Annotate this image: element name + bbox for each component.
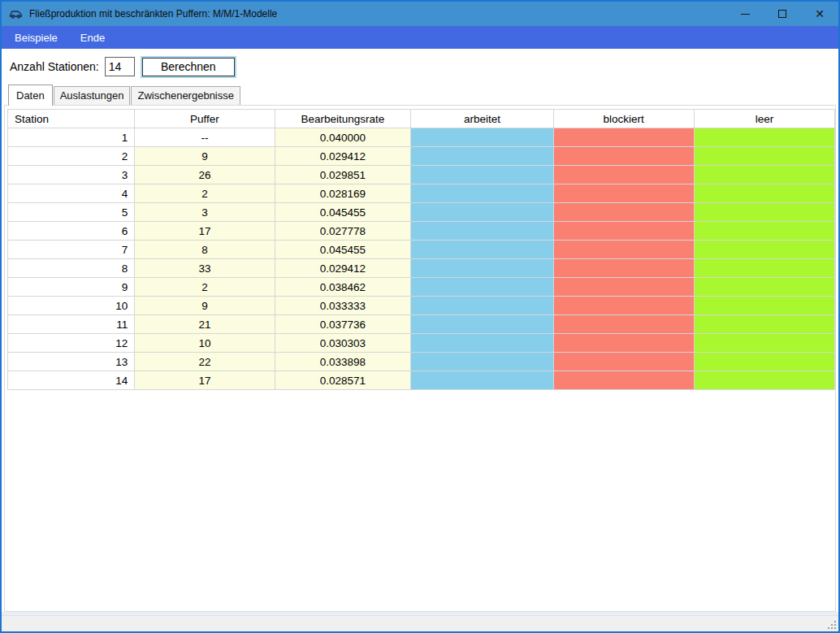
- cell-arbeitet[interactable]: [411, 128, 553, 147]
- cell-leer[interactable]: [695, 259, 835, 278]
- menu-item-beispiele[interactable]: Beispiele: [3, 27, 69, 49]
- cell-blockiert[interactable]: [554, 147, 695, 166]
- cell-leer[interactable]: [695, 147, 835, 166]
- cell-station[interactable]: 5: [8, 203, 135, 222]
- cell-puffer[interactable]: 3: [135, 203, 275, 222]
- stations-count-input[interactable]: [105, 57, 135, 76]
- cell-puffer[interactable]: 9: [135, 297, 275, 315]
- cell-rate[interactable]: 0.045455: [275, 241, 412, 259]
- cell-rate[interactable]: 0.027778: [275, 222, 412, 241]
- cell-blockiert[interactable]: [554, 334, 695, 353]
- cell-rate[interactable]: 0.037736: [275, 315, 412, 334]
- cell-blockiert[interactable]: [554, 371, 695, 390]
- cell-arbeitet[interactable]: [411, 203, 553, 222]
- cell-puffer[interactable]: 10: [135, 334, 275, 353]
- cell-station[interactable]: 13: [8, 353, 135, 371]
- cell-blockiert[interactable]: [554, 315, 695, 334]
- cell-arbeitet[interactable]: [411, 315, 553, 334]
- cell-rate[interactable]: 0.029851: [275, 166, 412, 184]
- cell-arbeitet[interactable]: [411, 222, 553, 241]
- cell-puffer[interactable]: 2: [135, 184, 275, 203]
- cell-puffer[interactable]: 21: [135, 315, 275, 334]
- column-header-station[interactable]: Station: [8, 110, 135, 128]
- cell-arbeitet[interactable]: [411, 241, 553, 259]
- cell-station[interactable]: 7: [8, 241, 135, 259]
- cell-blockiert[interactable]: [554, 297, 695, 315]
- cell-leer[interactable]: [695, 128, 835, 147]
- cell-leer[interactable]: [695, 297, 835, 315]
- cell-puffer[interactable]: 9: [135, 147, 275, 166]
- cell-puffer[interactable]: --: [135, 128, 275, 147]
- calculate-button[interactable]: Berechnen: [141, 56, 236, 78]
- cell-rate[interactable]: 0.029412: [275, 147, 412, 166]
- close-button[interactable]: ✕: [801, 2, 838, 26]
- column-header-rate[interactable]: Bearbeitungsrate: [275, 110, 412, 128]
- cell-station[interactable]: 14: [8, 371, 135, 390]
- cell-leer[interactable]: [695, 315, 835, 334]
- cell-leer[interactable]: [695, 166, 835, 184]
- cell-arbeitet[interactable]: [411, 259, 553, 278]
- cell-puffer[interactable]: 26: [135, 166, 275, 184]
- cell-rate[interactable]: 0.038462: [275, 278, 412, 297]
- cell-rate[interactable]: 0.028169: [275, 184, 412, 203]
- cell-puffer[interactable]: 17: [135, 222, 275, 241]
- cell-arbeitet[interactable]: [411, 166, 553, 184]
- cell-station[interactable]: 4: [8, 184, 135, 203]
- minimize-button[interactable]: [726, 2, 764, 26]
- cell-blockiert[interactable]: [554, 278, 695, 297]
- cell-arbeitet[interactable]: [411, 184, 553, 203]
- cell-rate[interactable]: 0.033898: [275, 353, 412, 371]
- cell-arbeitet[interactable]: [411, 353, 553, 371]
- cell-blockiert[interactable]: [554, 353, 695, 371]
- cell-blockiert[interactable]: [554, 259, 695, 278]
- cell-puffer[interactable]: 33: [135, 259, 275, 278]
- tab-auslastungen[interactable]: Auslastungen: [54, 86, 131, 105]
- cell-rate[interactable]: 0.040000: [275, 128, 412, 147]
- cell-puffer[interactable]: 8: [135, 241, 275, 259]
- resize-grip-icon[interactable]: [826, 619, 836, 629]
- title-bar[interactable]: Fließproduktion mit beschränkten Puffern…: [2, 2, 838, 26]
- cell-station[interactable]: 12: [8, 334, 135, 353]
- cell-leer[interactable]: [695, 353, 835, 371]
- cell-blockiert[interactable]: [554, 241, 695, 259]
- column-header-arbeitet[interactable]: arbeitet: [411, 110, 553, 128]
- column-header-puffer[interactable]: Puffer: [135, 110, 275, 128]
- menu-item-ende[interactable]: Ende: [69, 27, 116, 49]
- cell-leer[interactable]: [695, 371, 835, 390]
- column-header-leer[interactable]: leer: [695, 110, 835, 128]
- cell-arbeitet[interactable]: [411, 297, 553, 315]
- cell-blockiert[interactable]: [554, 203, 695, 222]
- cell-leer[interactable]: [695, 334, 835, 353]
- cell-station[interactable]: 6: [8, 222, 135, 241]
- maximize-button[interactable]: [764, 2, 801, 26]
- cell-leer[interactable]: [695, 184, 835, 203]
- cell-puffer[interactable]: 2: [135, 278, 275, 297]
- cell-blockiert[interactable]: [554, 222, 695, 241]
- cell-rate[interactable]: 0.029412: [275, 259, 412, 278]
- cell-puffer[interactable]: 22: [135, 353, 275, 371]
- cell-station[interactable]: 3: [8, 166, 135, 184]
- cell-leer[interactable]: [695, 203, 835, 222]
- cell-rate[interactable]: 0.030303: [275, 334, 412, 353]
- cell-rate[interactable]: 0.033333: [275, 297, 412, 315]
- cell-arbeitet[interactable]: [411, 371, 553, 390]
- tab-daten[interactable]: Daten: [8, 85, 53, 106]
- cell-station[interactable]: 1: [8, 128, 135, 147]
- cell-station[interactable]: 2: [8, 147, 135, 166]
- cell-rate[interactable]: 0.028571: [275, 371, 412, 390]
- cell-arbeitet[interactable]: [411, 147, 553, 166]
- cell-blockiert[interactable]: [554, 184, 695, 203]
- cell-arbeitet[interactable]: [411, 334, 553, 353]
- cell-blockiert[interactable]: [554, 128, 695, 147]
- cell-leer[interactable]: [695, 241, 835, 259]
- cell-leer[interactable]: [695, 222, 835, 241]
- cell-station[interactable]: 9: [8, 278, 135, 297]
- column-header-blockiert[interactable]: blockiert: [554, 110, 695, 128]
- cell-arbeitet[interactable]: [411, 278, 553, 297]
- cell-puffer[interactable]: 17: [135, 371, 275, 390]
- tab-zwischenergebnisse[interactable]: Zwischenergebnisse: [131, 86, 240, 105]
- cell-blockiert[interactable]: [554, 166, 695, 184]
- cell-station[interactable]: 10: [8, 297, 135, 315]
- cell-rate[interactable]: 0.045455: [275, 203, 412, 222]
- cell-station[interactable]: 11: [8, 315, 135, 334]
